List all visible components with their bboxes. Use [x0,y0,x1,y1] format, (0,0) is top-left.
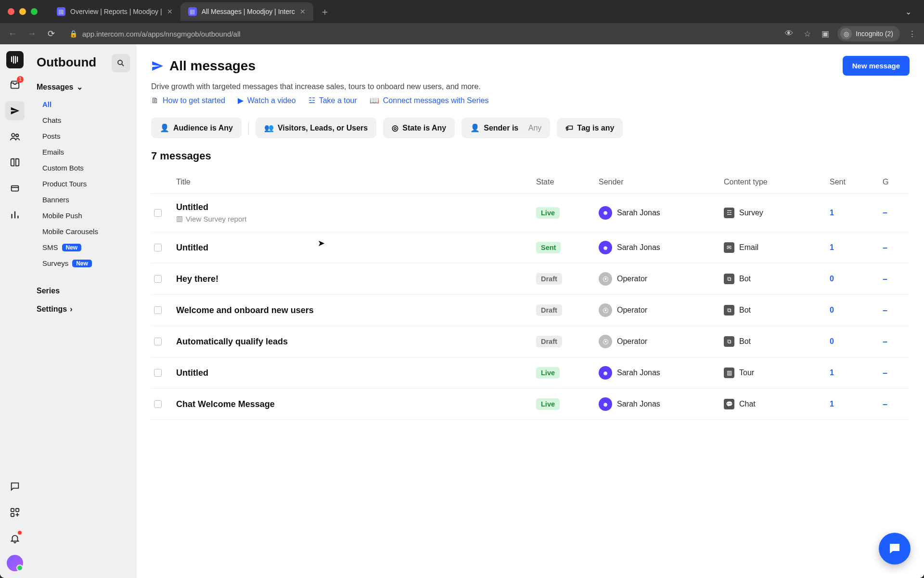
rail-inbox-icon[interactable]: 1 [5,75,25,94]
window-minimize-icon[interactable] [19,8,26,15]
reload-button[interactable]: ⟳ [44,28,58,39]
new-message-button[interactable]: New message [843,56,910,76]
col-state[interactable]: State [536,178,599,186]
sidebar-item-posts[interactable]: Posts [37,128,129,144]
sidebar-item-all[interactable]: All [37,96,129,112]
sent-count[interactable]: 0 [830,306,883,315]
table-row[interactable]: Automatically qualify leadsDraft⦿Operato… [151,326,910,357]
col-content[interactable]: Content type [724,178,830,186]
content-type-label: Bot [739,306,751,315]
svg-rect-0 [11,56,12,62]
sent-count[interactable]: 1 [830,243,883,252]
star-icon[interactable]: ☆ [801,29,813,39]
sidebar-settings[interactable]: Settings › [37,300,129,318]
forward-button[interactable]: → [25,29,38,39]
row-checkbox[interactable] [154,244,162,251]
row-title: Untitled [176,368,536,378]
sidebar-item-sms[interactable]: SMSNew [37,239,129,255]
incognito-icon: ◎ [840,28,852,39]
table-row[interactable]: Untitled▥View Survey reportLive☻Sarah Jo… [151,194,910,232]
table-row[interactable]: Chat Welcome MessageLive☻Sarah Jonas💬Cha… [151,389,910,420]
intercom-logo-icon[interactable] [6,51,24,68]
sidebar-item-chats[interactable]: Chats [37,112,129,128]
row-title: Hey there! [176,274,536,284]
sent-count[interactable]: 0 [830,275,883,283]
filter-sender[interactable]: 👤Sender is Any [462,118,550,138]
target-icon: ◎ [392,123,398,132]
table-row[interactable]: Welcome and onboard new usersDraft⦿Opera… [151,295,910,326]
filter-audience[interactable]: 👤Audience is Any [151,118,242,138]
row-checkbox[interactable] [154,369,162,377]
new-tab-button[interactable]: ＋ [313,5,336,18]
row-checkbox[interactable] [154,209,162,217]
messenger-launcher[interactable] [879,533,911,565]
sidebar-item-surveys[interactable]: SurveysNew [37,255,129,271]
col-sender[interactable]: Sender [599,178,724,186]
panel-icon[interactable]: ▣ [819,29,832,39]
tab-overflow-icon[interactable]: ⌄ [900,7,916,16]
rail-outbound-icon[interactable] [5,101,25,120]
tab-label: Overview | Reports | Moodjoy | [70,8,162,15]
sent-count[interactable]: 1 [830,368,883,377]
filter-visitors[interactable]: 👥Visitors, Leads, or Users [256,118,376,138]
rail-reports-icon[interactable] [5,205,25,224]
sidebar-item-banners[interactable]: Banners [37,192,129,208]
browser-tab-1[interactable]: |||| Overview | Reports | Moodjoy | ✕ [49,2,180,21]
tab-label: All Messages | Moodjoy | Interc [202,8,295,15]
table-row[interactable]: UntitledLive☻Sarah Jonas▥Tour1– [151,357,910,389]
rail-apps-icon[interactable] [5,503,25,522]
rail-avatar[interactable] [7,555,23,571]
sidebar-search-button[interactable] [112,54,130,72]
sidebar-messages-toggle[interactable]: Messages ⌄ [37,82,129,92]
kebab-menu-icon[interactable]: ⋮ [906,29,918,39]
svg-rect-8 [16,509,19,512]
rail-operator-icon[interactable] [5,179,25,198]
g-value: – [883,274,907,284]
rail-notifications-icon[interactable] [5,529,25,548]
window-fullscreen-icon[interactable] [31,8,38,15]
eye-off-icon[interactable]: 👁 [783,29,795,39]
sent-count[interactable]: 0 [830,337,883,346]
incognito-chip[interactable]: ◎ Incognito (2) [837,26,900,41]
sidebar-item-product-tours[interactable]: Product Tours [37,176,129,192]
sent-count[interactable]: 1 [830,400,883,408]
sidebar-item-mobile-push[interactable]: Mobile Push [37,208,129,223]
tab-close-icon[interactable]: ✕ [167,8,173,15]
row-checkbox[interactable] [154,338,162,345]
row-checkbox[interactable] [154,400,162,408]
sidebar-item-custom-bots[interactable]: Custom Bots [37,160,129,176]
sidebar-item-mobile-carousels[interactable]: Mobile Carousels [37,223,129,239]
paper-plane-icon [151,60,164,72]
col-g[interactable]: G [883,178,907,186]
tab-close-icon[interactable]: ✕ [300,8,306,15]
help-how-link[interactable]: 🗎How to get started [151,96,225,105]
traffic-lights [8,8,38,15]
table-row[interactable]: Hey there!Draft⦿Operator⧉Bot0– [151,263,910,295]
col-sent[interactable]: Sent [830,178,883,186]
browser-tab-2[interactable]: |||| All Messages | Moodjoy | Interc ✕ [180,2,313,21]
sidebar-item-label: Mobile Carousels [42,227,98,236]
sidebar-series[interactable]: Series [37,282,129,300]
row-checkbox[interactable] [154,306,162,314]
table-row[interactable]: UntitledSent☻Sarah Jonas✉Email1– [151,232,910,263]
sender-name: Sarah Jonas [617,400,660,408]
rail-messenger-icon[interactable] [5,477,25,496]
svg-rect-6 [12,186,19,191]
back-button[interactable]: ← [6,29,19,39]
row-checkbox[interactable] [154,275,162,283]
sent-count[interactable]: 1 [830,209,883,217]
window-close-icon[interactable] [8,8,14,15]
filter-tag[interactable]: 🏷Tag is any [557,118,623,138]
state-pill: Live [536,367,560,379]
help-video-link[interactable]: ▶Watch a video [238,96,296,105]
rail-articles-icon[interactable] [5,153,25,172]
sender-name: Operator [617,306,647,315]
sidebar-item-emails[interactable]: Emails [37,144,129,160]
col-title[interactable]: Title [176,178,536,186]
help-tour-link[interactable]: ☳Take a tour [308,96,357,105]
filter-state[interactable]: ◎State is Any [383,118,455,138]
rail-contacts-icon[interactable] [5,127,25,146]
url-field[interactable]: 🔒 app.intercom.com/a/apps/nnsgmgob/outbo… [64,30,777,38]
help-series-link[interactable]: 📖Connect messages with Series [370,96,489,105]
row-subtitle[interactable]: ▥View Survey report [176,214,536,223]
